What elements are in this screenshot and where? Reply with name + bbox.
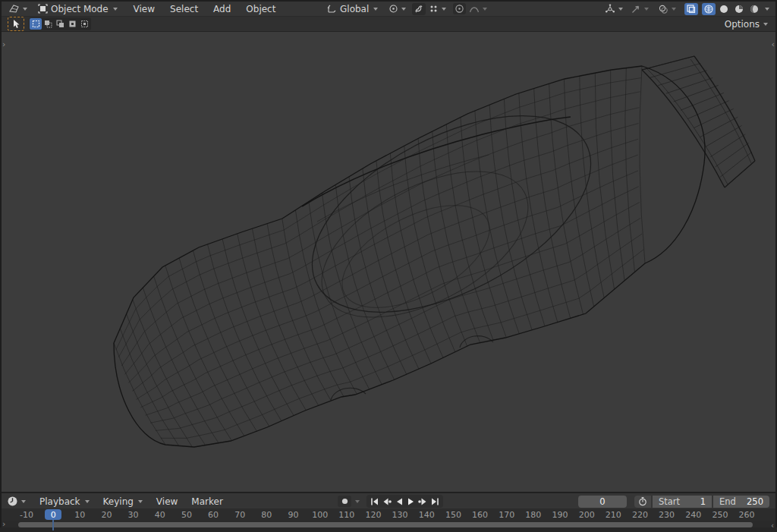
move-arrow-icon bbox=[631, 4, 641, 14]
play-icon bbox=[407, 497, 416, 506]
pivot-point-icon bbox=[388, 4, 398, 14]
stopwatch-icon bbox=[638, 496, 647, 506]
chevron-down-icon bbox=[401, 8, 406, 11]
chevron-down-icon bbox=[483, 8, 487, 11]
ruler-tick-label: 120 bbox=[360, 510, 387, 520]
next-keyframe-icon bbox=[418, 497, 428, 506]
window-bottom-edge bbox=[0, 527, 777, 532]
play-reverse-button[interactable] bbox=[393, 496, 404, 507]
tool-settings-header: Options bbox=[2, 17, 775, 32]
select-extend-icon bbox=[44, 20, 52, 28]
end-label: End bbox=[719, 496, 736, 507]
end-frame-field[interactable]: End 250 bbox=[713, 496, 769, 508]
menu-tl-view[interactable]: View bbox=[150, 495, 184, 508]
snap-magnet-icon bbox=[414, 4, 424, 14]
record-icon bbox=[341, 497, 349, 505]
shading-solid-button[interactable] bbox=[717, 3, 731, 15]
editor-3d-viewport-icon bbox=[8, 4, 20, 14]
select-mode-invert-button[interactable] bbox=[66, 18, 78, 30]
select-mode-intersect-button[interactable] bbox=[78, 18, 90, 30]
transform-arrow-button[interactable] bbox=[629, 3, 650, 15]
gizmos-button[interactable] bbox=[603, 3, 624, 15]
select-mode-extend-button[interactable] bbox=[42, 18, 54, 30]
jump-start-icon bbox=[370, 497, 379, 506]
overlays-button[interactable] bbox=[656, 3, 678, 15]
shading-dropdown-chevron-icon[interactable] bbox=[765, 8, 769, 11]
use-preview-range-button[interactable] bbox=[634, 496, 651, 508]
play-reverse-icon bbox=[395, 497, 404, 506]
transform-orientation-button[interactable]: Global bbox=[324, 3, 381, 15]
ruler-tick-label: -10 bbox=[13, 510, 40, 520]
current-frame-field[interactable]: 0 bbox=[578, 496, 627, 508]
start-frame-field[interactable]: Start 1 bbox=[653, 496, 712, 508]
transport-controls bbox=[366, 495, 443, 508]
ruler-tick-label: 160 bbox=[467, 510, 494, 520]
timeline-scrollbar-handle[interactable] bbox=[18, 522, 753, 527]
menu-add[interactable]: Add bbox=[206, 2, 238, 16]
proportional-falloff-button[interactable] bbox=[467, 3, 489, 14]
chevron-down-icon bbox=[442, 8, 446, 11]
ruler-tick-label: 240 bbox=[680, 510, 707, 520]
ruler-tick-label: 220 bbox=[626, 510, 653, 520]
playback-label: Playback bbox=[39, 496, 80, 507]
menu-playback[interactable]: Playback bbox=[33, 495, 96, 508]
mode-selector[interactable]: Object Mode bbox=[35, 3, 121, 15]
active-tool-button[interactable] bbox=[8, 17, 24, 31]
ruler-tick-label: 230 bbox=[653, 510, 681, 520]
snap-toggle-button[interactable] bbox=[412, 3, 426, 15]
playhead-line bbox=[52, 520, 54, 530]
chevron-down-icon bbox=[672, 8, 676, 11]
3d-viewport[interactable]: › ‹ bbox=[2, 32, 775, 492]
blender-window: Object Mode View Select Add Object Globa… bbox=[0, 0, 777, 532]
toolbar-expand-arrow[interactable]: › bbox=[2, 41, 5, 49]
select-subtract-icon bbox=[56, 20, 64, 28]
auto-keying-button[interactable] bbox=[338, 496, 351, 507]
timeline-ruler[interactable]: -100102030405060708090100110120130140150… bbox=[2, 508, 775, 521]
timeline-editor-type-button[interactable] bbox=[5, 495, 27, 508]
menu-select[interactable]: Select bbox=[163, 2, 205, 16]
chevron-down-icon bbox=[23, 8, 27, 11]
ruler-tick-label: 170 bbox=[493, 510, 521, 520]
xray-toggle-button[interactable] bbox=[684, 3, 698, 15]
prev-keyframe-icon bbox=[382, 497, 392, 506]
cursor-icon bbox=[11, 19, 20, 29]
menu-marker[interactable]: Marker bbox=[185, 495, 228, 508]
editor-type-button[interactable] bbox=[7, 3, 29, 14]
jump-to-start-button[interactable] bbox=[369, 496, 380, 507]
sidebar-expand-arrow[interactable]: ‹ bbox=[772, 41, 775, 49]
chevron-down-icon bbox=[644, 8, 649, 11]
menu-view[interactable]: View bbox=[127, 2, 162, 16]
snap-settings-button[interactable] bbox=[427, 3, 448, 14]
playhead-chip[interactable]: 0 bbox=[45, 509, 61, 520]
previous-keyframe-button[interactable] bbox=[381, 496, 392, 507]
keying-label: Keying bbox=[103, 496, 134, 507]
ruler-tick-label: 180 bbox=[520, 510, 547, 520]
next-keyframe-button[interactable] bbox=[417, 496, 429, 507]
ruler-tick-label: 60 bbox=[200, 510, 227, 520]
snap-settings-icon bbox=[429, 4, 439, 14]
menu-keying[interactable]: Keying bbox=[97, 495, 149, 508]
select-mode-group bbox=[29, 17, 91, 30]
shading-material-button[interactable] bbox=[732, 3, 746, 15]
select-set-icon bbox=[32, 20, 40, 28]
orientation-label: Global bbox=[340, 4, 369, 14]
shading-wireframe-button[interactable] bbox=[702, 3, 716, 15]
shading-wireframe-icon bbox=[703, 4, 714, 14]
car-wireframe-mesh bbox=[2, 32, 775, 492]
ruler-tick-label: 50 bbox=[173, 510, 200, 520]
proportional-editing-button[interactable] bbox=[453, 3, 466, 14]
select-invert-icon bbox=[68, 20, 77, 28]
chevron-down-icon bbox=[763, 23, 768, 26]
ruler-tick-label: 260 bbox=[733, 510, 760, 520]
jump-to-end-button[interactable] bbox=[429, 496, 441, 507]
pivot-point-button[interactable] bbox=[387, 3, 407, 14]
options-label[interactable]: Options bbox=[725, 19, 760, 30]
shading-rendered-button[interactable] bbox=[747, 3, 761, 15]
menu-object[interactable]: Object bbox=[239, 2, 282, 16]
jump-end-icon bbox=[430, 497, 440, 506]
chevron-down-icon[interactable] bbox=[355, 500, 360, 503]
select-mode-new-button[interactable] bbox=[30, 18, 42, 30]
ruler-tick-label: 110 bbox=[333, 510, 360, 520]
select-mode-subtract-button[interactable] bbox=[54, 18, 66, 30]
play-button[interactable] bbox=[405, 496, 417, 507]
